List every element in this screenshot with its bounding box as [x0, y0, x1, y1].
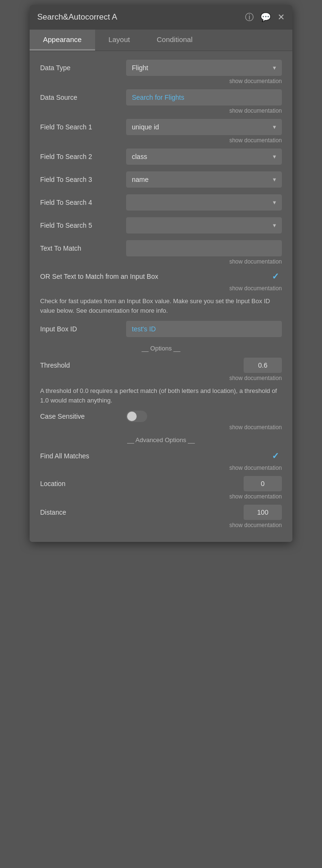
data-source-row: Data Source Search for Flights — [40, 89, 282, 106]
distance-label: Distance — [40, 508, 121, 516]
data-type-label: Data Type — [40, 64, 121, 72]
field5-select-wrapper — [126, 217, 282, 233]
close-icon[interactable]: ✕ — [278, 12, 285, 22]
distance-row: Distance — [40, 505, 282, 520]
threshold-input[interactable] — [244, 358, 282, 373]
tab-conditional[interactable]: Conditional — [143, 30, 206, 51]
text-to-match-doc[interactable]: show documentation — [40, 258, 282, 265]
field3-label: Field To Search 3 — [40, 176, 121, 183]
field1-label: Field To Search 1 — [40, 123, 121, 131]
threshold-wrap — [126, 358, 282, 373]
data-source-value[interactable]: Search for Flights — [126, 89, 282, 106]
data-type-row: Data Type Flight — [40, 60, 282, 76]
threshold-info: A threshold of 0.0 requires a perfect ma… — [40, 386, 282, 405]
case-sensitive-label: Case Sensitive — [40, 413, 121, 420]
panel: Search&Autocorrect A ⓘ 💬 ✕ Appearance La… — [30, 5, 292, 542]
location-doc[interactable]: show documentation — [40, 493, 282, 500]
data-type-control: Flight — [126, 60, 282, 76]
field4-select[interactable] — [126, 194, 282, 211]
case-sensitive-row: Case Sensitive — [40, 411, 282, 422]
text-to-match-input[interactable] — [126, 240, 282, 256]
field3-control: name — [126, 171, 282, 188]
field2-label: Field To Search 2 — [40, 153, 121, 160]
field5-select[interactable] — [126, 217, 282, 233]
threshold-label: Threshold — [40, 361, 121, 369]
data-type-select[interactable]: Flight — [126, 60, 282, 76]
data-source-control: Search for Flights — [126, 89, 282, 106]
text-to-match-row: Text To Match — [40, 240, 282, 256]
text-to-match-control — [126, 240, 282, 256]
or-set-text-info: Check for fast updates from an Input Box… — [40, 296, 282, 315]
location-row: Location — [40, 476, 282, 491]
or-set-text-row: OR Set Text to Match from an Input Box ✓ — [40, 270, 282, 283]
field4-control — [126, 194, 282, 211]
distance-input[interactable] — [244, 505, 282, 520]
find-all-matches-label: Find All Matches — [40, 452, 268, 460]
field1-select[interactable]: unique id — [126, 119, 282, 135]
field3-select[interactable]: name — [126, 171, 282, 188]
field1-row: Field To Search 1 unique id — [40, 119, 282, 135]
panel-header: Search&Autocorrect A ⓘ 💬 ✕ — [30, 5, 292, 30]
field4-select-wrapper — [126, 194, 282, 211]
info-icon[interactable]: ⓘ — [245, 11, 254, 23]
field4-label: Field To Search 4 — [40, 199, 121, 206]
tab-layout[interactable]: Layout — [95, 30, 143, 51]
or-set-text-checkmark: ✓ — [272, 271, 279, 282]
find-all-matches-doc[interactable]: show documentation — [40, 465, 282, 471]
distance-doc[interactable]: show documentation — [40, 522, 282, 529]
field3-row: Field To Search 3 name — [40, 171, 282, 188]
field5-row: Field To Search 5 — [40, 217, 282, 233]
options-divider: __ Options __ — [40, 345, 282, 352]
field4-row: Field To Search 4 — [40, 194, 282, 211]
find-all-matches-checkbox[interactable]: ✓ — [268, 449, 282, 463]
header-icons: ⓘ 💬 ✕ — [245, 11, 285, 23]
field1-select-wrapper: unique id — [126, 119, 282, 135]
or-set-text-label: OR Set Text to Match from an Input Box — [40, 273, 268, 280]
field2-select-wrapper: class — [126, 148, 282, 165]
field1-control: unique id — [126, 119, 282, 135]
field2-row: Field To Search 2 class — [40, 148, 282, 165]
field5-label: Field To Search 5 — [40, 222, 121, 229]
input-box-id-label: Input Box ID — [40, 325, 121, 333]
location-label: Location — [40, 480, 121, 487]
or-set-text-checkbox[interactable]: ✓ — [268, 270, 282, 283]
advanced-divider: __ Advanced Options __ — [40, 436, 282, 444]
threshold-doc[interactable]: show documentation — [40, 375, 282, 381]
case-sensitive-toggle[interactable] — [126, 411, 147, 422]
field3-select-wrapper: name — [126, 171, 282, 188]
location-input[interactable] — [244, 476, 282, 491]
field2-control: class — [126, 148, 282, 165]
data-source-label: Data Source — [40, 94, 121, 101]
data-type-doc[interactable]: show documentation — [40, 78, 282, 85]
panel-title: Search&Autocorrect A — [37, 12, 117, 22]
or-set-text-doc[interactable]: show documentation — [40, 285, 282, 292]
find-all-matches-row: Find All Matches ✓ — [40, 449, 282, 463]
input-box-id-row: Input Box ID test's ID — [40, 321, 282, 337]
threshold-row: Threshold — [40, 358, 282, 373]
content: Data Type Flight show documentation Data… — [30, 51, 292, 542]
text-to-match-label: Text To Match — [40, 244, 121, 252]
distance-wrap — [126, 505, 282, 520]
comment-icon[interactable]: 💬 — [260, 12, 271, 22]
field2-select[interactable]: class — [126, 148, 282, 165]
tab-appearance[interactable]: Appearance — [30, 30, 95, 51]
field5-control — [126, 217, 282, 233]
location-wrap — [126, 476, 282, 491]
case-sensitive-doc[interactable]: show documentation — [40, 424, 282, 431]
data-source-doc[interactable]: show documentation — [40, 107, 282, 114]
data-type-select-wrapper: Flight — [126, 60, 282, 76]
tabs: Appearance Layout Conditional — [30, 30, 292, 51]
field1-doc[interactable]: show documentation — [40, 137, 282, 144]
input-box-id-control: test's ID — [126, 321, 282, 337]
input-box-id-value[interactable]: test's ID — [126, 321, 282, 337]
find-all-matches-checkmark: ✓ — [272, 451, 279, 461]
